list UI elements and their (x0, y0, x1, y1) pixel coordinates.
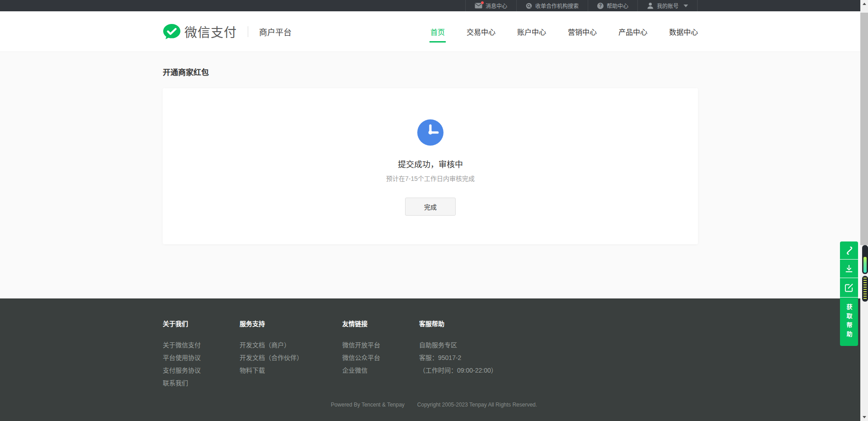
topbar-item-label: 我的账号 (657, 2, 679, 9)
footer-link[interactable]: 联系我们 (163, 377, 240, 389)
footer-column-support: 服务支持 开发文档（商户） 开发文档（合作伙伴） 物料下载 (240, 319, 342, 389)
footer-column-links: 友情链接 微信开放平台 微信公众平台 企业微信 (342, 319, 419, 389)
topbar-item-label: 消息中心 (486, 2, 507, 9)
scrollbar-down-button[interactable] (860, 413, 868, 421)
footer-link[interactable]: 支付服务协议 (163, 364, 240, 377)
footer-link[interactable]: 开发文档（合作伙伴） (240, 351, 342, 364)
topbar: 消息中心 收单合作机构搜索 ? 帮助中心 (0, 0, 868, 11)
footer-column-about: 关于我们 关于微信支付 平台使用协议 支付服务协议 联系我们 (163, 319, 240, 389)
topbar-item-messages[interactable]: 消息中心 (465, 0, 516, 11)
footer-link[interactable]: 开发文档（商户） (240, 339, 342, 351)
footer-heading: 服务支持 (240, 319, 342, 328)
brand-divider (248, 26, 248, 37)
footer-link[interactable]: 关于微信支付 (163, 339, 240, 351)
wechat-pay-logo-icon (163, 24, 181, 40)
service-curve-icon (844, 246, 854, 255)
topbar-menu: 消息中心 收单合作机构搜索 ? 帮助中心 (465, 0, 698, 11)
footer-link[interactable]: 微信开放平台 (342, 339, 419, 351)
footer-service-hours: （工作时间：09:00-22:00） (419, 364, 497, 377)
nav-tab-account[interactable]: 账户中心 (517, 24, 546, 40)
footer-columns: 关于我们 关于微信支付 平台使用协议 支付服务协议 联系我们 服务支持 开发文档… (163, 319, 497, 389)
search-icon (526, 3, 532, 9)
copyright-powered: Powered By Tencent & Tenpay (331, 402, 405, 408)
nav-tab-products[interactable]: 产品中心 (618, 24, 647, 40)
footer-heading: 客服帮助 (419, 319, 497, 328)
feedback-button[interactable] (840, 278, 858, 297)
scrollbar-up-button[interactable] (860, 0, 868, 8)
scroll-up-icon (863, 3, 866, 5)
user-icon (647, 2, 654, 9)
get-help-button[interactable]: 获取帮助 (840, 298, 858, 346)
topbar-item-help-center[interactable]: ? 帮助中心 (588, 0, 637, 11)
brand[interactable]: 微信支付 商户平台 (163, 11, 292, 52)
copyright: Powered By Tencent & TenpayCopyright 200… (0, 402, 868, 408)
footer-heading: 关于我们 (163, 319, 240, 328)
portal-name: 商户平台 (259, 26, 292, 38)
page-title: 开通商家红包 (163, 66, 209, 77)
nav-tab-transactions[interactable]: 交易中心 (467, 24, 495, 40)
topbar-item-acquirer-search[interactable]: 收单合作机构搜索 (516, 0, 588, 11)
scrollbar[interactable] (860, 0, 868, 421)
footer-heading: 友情链接 (342, 319, 419, 328)
help-icon: ? (597, 3, 604, 9)
scrollbar-thumb[interactable] (860, 13, 868, 245)
scroll-marker-stripes (862, 276, 868, 302)
status-description: 预计在7-15个工作日内审核完成 (163, 174, 698, 183)
copyright-rights: Copyright 2005-2023 Tenpay All Rights Re… (417, 402, 537, 408)
topbar-item-label: 收单合作机构搜索 (535, 2, 579, 9)
footer-link[interactable]: 企业微信 (342, 364, 419, 377)
scroll-down-icon (863, 416, 866, 418)
footer-link[interactable]: 物料下载 (240, 364, 342, 377)
get-help-label: 获取帮助 (845, 304, 854, 340)
contact-service-button[interactable] (840, 241, 858, 259)
nav-tab-home[interactable]: 首页 (430, 24, 445, 40)
download-button[interactable] (840, 260, 858, 278)
main-nav: 首页 交易中心 账户中心 营销中心 产品中心 数据中心 (430, 11, 698, 52)
edit-icon (844, 283, 854, 293)
mail-icon (475, 3, 482, 9)
floating-help-panel: 获取帮助 (840, 241, 858, 346)
topbar-item-label: 帮助中心 (607, 2, 628, 9)
footer-link[interactable]: 平台使用协议 (163, 351, 240, 364)
scroll-marker-gradient (862, 245, 868, 274)
footer-link[interactable]: 自助服务专区 (419, 339, 497, 351)
brand-name: 微信支付 (184, 23, 237, 41)
footer-link[interactable]: 微信公众平台 (342, 351, 419, 364)
nav-tab-data[interactable]: 数据中心 (669, 24, 698, 40)
nav-tab-marketing[interactable]: 营销中心 (568, 24, 597, 40)
footer-column-service: 客服帮助 自助服务专区 客服：95017-2 （工作时间：09:00-22:00… (419, 319, 497, 389)
status-card: 提交成功，审核中 预计在7-15个工作日内审核完成 完成 (163, 88, 698, 244)
footer: 关于我们 关于微信支付 平台使用协议 支付服务协议 联系我们 服务支持 开发文档… (0, 298, 868, 421)
unread-badge (481, 1, 484, 4)
topbar-item-my-account[interactable]: 我的账号 (637, 0, 698, 11)
done-button[interactable]: 完成 (405, 198, 456, 216)
chevron-down-icon (684, 5, 688, 7)
header: 微信支付 商户平台 首页 交易中心 账户中心 营销中心 产品中心 数据中心 (0, 11, 868, 52)
footer-service-phone: 客服：95017-2 (419, 351, 497, 364)
status-title: 提交成功，审核中 (163, 158, 698, 170)
download-icon (844, 264, 854, 274)
clock-icon (417, 119, 443, 147)
